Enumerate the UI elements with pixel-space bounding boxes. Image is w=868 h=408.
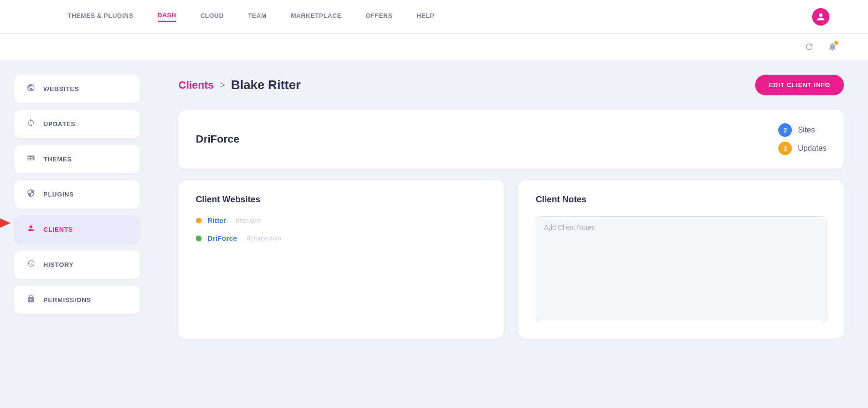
globe-icon [26, 83, 36, 94]
sites-stat-row: 2 Sites [778, 123, 827, 137]
updates-stat-row: 3 Updates [778, 142, 827, 155]
sidebar-websites-label: WEBSITES [43, 85, 79, 92]
sidebar: WEBSITES UPDATES THEMES [0, 60, 154, 329]
sidebar-item-plugins[interactable]: PLUGINS [14, 180, 140, 209]
clients-icon [26, 224, 36, 235]
permissions-icon [26, 294, 36, 305]
user-avatar[interactable] [812, 8, 829, 26]
sidebar-clients-label: CLIENTS [43, 226, 73, 233]
breadcrumb: Clients > Blake Ritter [178, 78, 301, 92]
nav-items: THEMES & PLUGINS DASH CLOUD TEAM MARKETP… [68, 12, 434, 22]
sidebar-item-permissions[interactable]: PERMISSIONS [14, 286, 140, 314]
action-bar [0, 34, 868, 60]
client-websites-title: Client Websites [196, 195, 487, 205]
layout: WEBSITES UPDATES THEMES [0, 60, 868, 408]
refresh-icon[interactable] [802, 40, 816, 53]
client-notes-title: Client Notes [536, 195, 827, 205]
company-row: DriForce 2 Sites 3 Updates [178, 110, 844, 169]
sidebar-item-themes[interactable]: THEMES [14, 145, 140, 173]
updates-badge: 3 [778, 142, 792, 155]
sidebar-item-websites[interactable]: WEBSITES [14, 75, 140, 103]
website-link-ritter[interactable]: Ritter [207, 216, 226, 224]
nav-themes-plugins[interactable]: THEMES & PLUGINS [68, 12, 134, 21]
history-icon [26, 259, 36, 270]
sidebar-item-history[interactable]: HISTORY [14, 250, 140, 279]
client-notes-textarea[interactable] [536, 216, 827, 322]
arrow-indicator [0, 216, 11, 230]
sidebar-item-updates[interactable]: UPDATES [14, 110, 140, 138]
sidebar-themes-label: THEMES [43, 156, 72, 163]
website-item-ritter: Ritter ritter.com [196, 216, 487, 224]
website-item-driforce: DriForce driforce.com [196, 234, 487, 242]
website-dot-ritter [196, 218, 202, 224]
breadcrumb-current: Blake Ritter [231, 78, 301, 92]
sites-label: Sites [798, 126, 815, 134]
website-link-driforce[interactable]: DriForce [207, 234, 237, 242]
themes-icon [26, 154, 36, 165]
sidebar-plugins-label: PLUGINS [43, 191, 74, 198]
nav-cloud[interactable]: CLOUD [200, 12, 224, 21]
nav-right [812, 8, 829, 26]
sidebar-updates-label: UPDATES [43, 120, 76, 128]
updates-label: Updates [798, 144, 827, 153]
breadcrumb-separator: > [219, 79, 225, 91]
client-notes-panel: Client Notes [518, 180, 844, 339]
main-content: Clients > Blake Ritter EDIT CLIENT INFO … [154, 60, 868, 408]
sidebar-history-label: HISTORY [43, 261, 74, 268]
breadcrumb-parent[interactable]: Clients [178, 79, 214, 92]
client-websites-panel: Client Websites Ritter ritter.com DriFor… [178, 180, 504, 339]
red-arrow [0, 216, 11, 230]
nav-dash[interactable]: DASH [158, 12, 176, 22]
nav-offers[interactable]: OFFERS [366, 12, 393, 21]
sidebar-item-clients[interactable]: CLIENTS [14, 215, 140, 244]
company-name: DriForce [196, 133, 239, 145]
website-url-ritter: ritter.com [236, 217, 261, 224]
company-stats: 2 Sites 3 Updates [778, 123, 827, 155]
sites-badge: 2 [778, 123, 792, 137]
website-url-driforce: driforce.com [247, 235, 282, 242]
sidebar-permissions-label: PERMISSIONS [43, 296, 91, 303]
top-nav: THEMES & PLUGINS DASH CLOUD TEAM MARKETP… [0, 0, 868, 34]
nav-help[interactable]: HELP [417, 12, 434, 21]
nav-team[interactable]: TEAM [248, 12, 267, 21]
edit-client-info-button[interactable]: EDIT CLIENT INFO [755, 75, 844, 95]
notification-dot [834, 41, 838, 45]
updates-icon [26, 118, 36, 130]
sidebar-wrapper: WEBSITES UPDATES THEMES [0, 60, 154, 408]
panels-row: Client Websites Ritter ritter.com DriFor… [178, 180, 844, 339]
plugins-icon [26, 189, 36, 200]
nav-marketplace[interactable]: MARKETPLACE [291, 12, 341, 21]
website-dot-driforce [196, 236, 202, 241]
breadcrumb-row: Clients > Blake Ritter EDIT CLIENT INFO [178, 75, 844, 95]
notification-icon[interactable] [826, 40, 839, 53]
